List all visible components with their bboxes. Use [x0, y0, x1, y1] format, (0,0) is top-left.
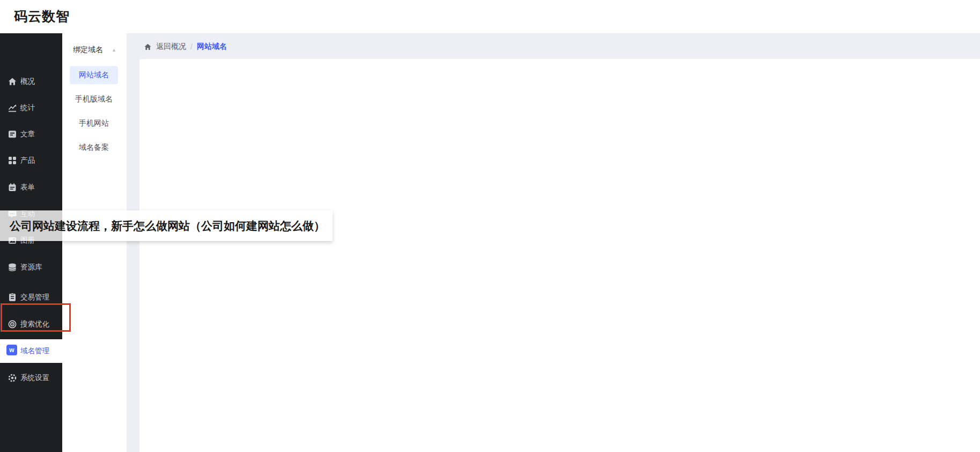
breadcrumb-separator: / — [190, 42, 193, 51]
sidebar-item-articles[interactable]: 文章 — [0, 123, 62, 145]
home-icon — [8, 77, 17, 86]
app-logo: 码云数智 — [14, 8, 70, 25]
form-icon — [8, 183, 17, 192]
main-sidebar: 概况 统计 文章 产品 表单 互动 图册 资源库 — [0, 33, 62, 452]
submenu-item-mobile-site[interactable]: 手机网站 — [70, 114, 118, 133]
trade-icon — [8, 293, 17, 302]
sidebar-item-trade[interactable]: 交易管理 — [0, 287, 62, 308]
submenu-item-mobile-domain[interactable]: 手机版域名 — [70, 90, 118, 108]
submenu-item-site-domain[interactable]: 网站域名 — [70, 66, 118, 84]
sidebar-item-domains[interactable]: w 域名管理 — [0, 339, 62, 363]
sidebar-item-stats[interactable]: 统计 — [0, 97, 62, 119]
top-header: 码云数智 — [0, 0, 980, 33]
gear-icon — [8, 373, 17, 383]
submenu-header[interactable]: 绑定域名 — [73, 45, 103, 55]
content-panel — [139, 59, 980, 452]
breadcrumb-current: 网站域名 — [197, 42, 227, 52]
stats-icon — [8, 103, 17, 113]
article-title-overlay: 公司网站建设流程，新手怎么做网站（公司如何建网站怎么做） — [0, 210, 333, 241]
content-area: 返回概况 / 网站域名 — [127, 33, 980, 452]
breadcrumb-home-icon — [144, 43, 152, 51]
sidebar-item-seo[interactable]: 搜索优化 — [0, 314, 62, 335]
sidebar-item-forms[interactable]: 表单 — [0, 177, 62, 198]
breadcrumb-back-link[interactable]: 返回概况 — [156, 42, 186, 52]
seo-icon — [8, 319, 17, 329]
article-icon — [8, 129, 17, 139]
domain-w-icon: w — [6, 345, 17, 355]
sidebar-item-settings[interactable]: 系统设置 — [0, 367, 62, 389]
chevron-up-icon[interactable]: ▲ — [112, 47, 116, 53]
sidebar-item-products[interactable]: 产品 — [0, 150, 62, 171]
sidebar-item-overview[interactable]: 概况 — [0, 71, 62, 92]
app-window: 码云数智 概况 统计 文章 产品 表单 互动 图册 — [0, 0, 980, 452]
article-title: 公司网站建设流程，新手怎么做网站（公司如何建网站怎么做） — [0, 218, 325, 234]
domain-submenu: 绑定域名 ▲ 网站域名 手机版域名 手机网站 域名备案 — [62, 33, 127, 452]
database-icon — [8, 263, 17, 272]
sidebar-item-resources[interactable]: 资源库 — [0, 257, 62, 278]
submenu-item-domain-record[interactable]: 域名备案 — [70, 138, 118, 157]
breadcrumb: 返回概况 / 网站域名 — [144, 42, 227, 52]
product-grid-icon — [8, 156, 17, 165]
